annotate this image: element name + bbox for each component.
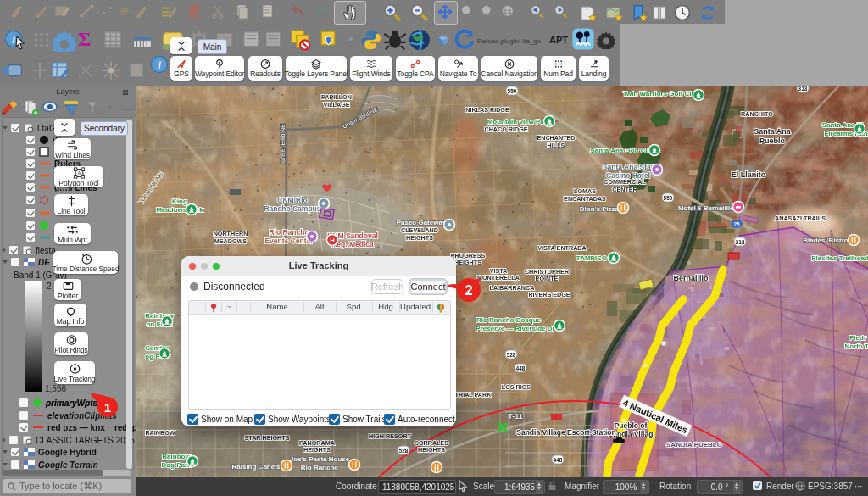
svg-text:Pueblo of: Pueblo of (615, 421, 648, 430)
svg-text:ANASAZI TRAILS: ANASAZI TRAILS (775, 215, 826, 222)
svg-text:Dion's Pizza: Dion's Pizza (580, 205, 620, 213)
svg-text:HEIGHTS: HEIGHTS (406, 234, 433, 242)
svg-text:RANCHITO: RANCHITO (741, 110, 773, 118)
svg-text:Bernalillo: Bernalillo (673, 274, 709, 282)
svg-text:448: 448 (554, 457, 563, 463)
svg-text:Rio Rancho: Rio Rancho (269, 228, 309, 237)
svg-text:1: 1 (104, 400, 111, 415)
svg-text:Piedr: Piedr (849, 334, 866, 342)
svg-text:King: King (172, 198, 187, 205)
svg-text:PAPILLON: PAPILLON (321, 93, 352, 101)
svg-text:North Tr: North Tr (844, 343, 868, 350)
svg-text:Rancho Campus: Rancho Campus (264, 204, 320, 213)
svg-text:T-11: T-11 (508, 412, 523, 421)
svg-text:HEIGHTS: HEIGHTS (303, 446, 331, 454)
svg-text:448: 448 (516, 365, 526, 371)
svg-text:POINTE: POINTE (536, 275, 559, 282)
svg-text:Santa Ana Star: Santa Ana Star (603, 163, 654, 171)
svg-text:Rio Rancho Bosque: Rio Rancho Bosque (476, 316, 542, 324)
svg-text:MEADOWS: MEADOWS (214, 237, 248, 245)
svg-text:RIVERS EDGE: RIVERS EDGE (528, 291, 570, 298)
svg-text:313: 313 (736, 239, 745, 245)
svg-text:HEIGHTS: HEIGHTS (418, 446, 445, 454)
svg-text:H: H (330, 237, 334, 244)
svg-text:CHACO RIDGE: CHACO RIDGE (484, 125, 527, 133)
svg-text:2: 2 (465, 282, 472, 298)
svg-text:TAMPICO: TAMPICO (576, 254, 607, 262)
svg-text:HEIGHTS: HEIGHTS (454, 259, 481, 266)
svg-text:Santa Ana: Santa Ana (754, 127, 792, 136)
svg-text:LOMAS: LOMAS (574, 187, 596, 195)
svg-text:550: 550 (508, 88, 517, 94)
svg-text:Unser Blvd NE: Unser Blvd NE (280, 124, 286, 163)
svg-text:Mountain view Park: Mountain view Park (487, 118, 551, 125)
svg-text:Preserve — Riverside Dr: Preserve — Riverside Dr (476, 325, 554, 332)
svg-text:Pueblo: Pueblo (760, 137, 786, 145)
svg-text:550: 550 (664, 195, 673, 201)
svg-text:A: A (77, 170, 81, 175)
svg-text:LOS RIOS: LOS RIOS (502, 383, 531, 391)
svg-text:SANDIA PUEBLO: SANDIA PUEBLO (666, 441, 722, 449)
svg-text:Placitas Trailhead: Placitas Trailhead (811, 254, 868, 262)
svg-text:NIKLAS RIDGE: NIKLAS RIDGE (465, 106, 509, 114)
svg-text:Rio Rancho: Rio Rancho (301, 464, 339, 471)
svg-text:CLEVELAND: CLEVELAND (401, 226, 438, 234)
svg-text:313: 313 (798, 86, 808, 92)
svg-text:STAR HEIGHTS: STAR HEIGHTS (245, 434, 290, 442)
svg-text:Casino Hotel: Casino Hotel (606, 171, 650, 180)
svg-text:25: 25 (733, 221, 740, 227)
svg-text:Sandia Village Escort Station: Sandia Village Escort Station (516, 428, 615, 437)
svg-text:CENTER: CENTER (612, 186, 637, 193)
svg-text:i: i (158, 59, 161, 71)
svg-text:Paseo Gateway: Paseo Gateway (397, 219, 447, 226)
svg-text:El Llanito: El Llanito (732, 170, 766, 179)
svg-text:Motel 6 Bernalillo: Motel 6 Bernalillo (678, 204, 734, 212)
svg-text:Blades' Bistro: Blades' Bistro (803, 237, 849, 244)
svg-text:TRIAL PARK: TRIAL PARK (455, 391, 492, 398)
svg-text:Raising Cane's: Raising Cane's (231, 463, 281, 471)
svg-text:ENCHANTED: ENCHANTED (537, 134, 575, 142)
svg-text:Twin Warriors Golf Club: Twin Warriors Golf Club (623, 90, 700, 98)
svg-text:LA BARRANCA: LA BARRANCA (490, 284, 535, 292)
svg-text:1:1: 1:1 (504, 8, 511, 14)
svg-text:528: 528 (399, 448, 409, 454)
svg-text:RAINBOW: RAINBOW (145, 429, 175, 437)
svg-text:CNM Rio: CNM Rio (277, 196, 307, 204)
svg-text:ENCANTADAS: ENCANTADAS (564, 195, 606, 203)
svg-text:VISTA ENTRADA: VISTA ENTRADA (537, 244, 587, 252)
svg-text:VILLAGE: VILLAGE (323, 101, 349, 109)
svg-text:NORTHERN: NORTHERN (214, 230, 248, 237)
svg-text:Santa Ana Golf Club: Santa Ana Golf Club (590, 147, 655, 154)
svg-text:HILLS: HILLS (548, 142, 565, 149)
svg-text:528: 528 (507, 352, 516, 358)
svg-text:Joe's Pasta House: Joe's Pasta House (290, 455, 350, 463)
svg-text:HIGH RESORT: HIGH RESORT (369, 432, 412, 440)
